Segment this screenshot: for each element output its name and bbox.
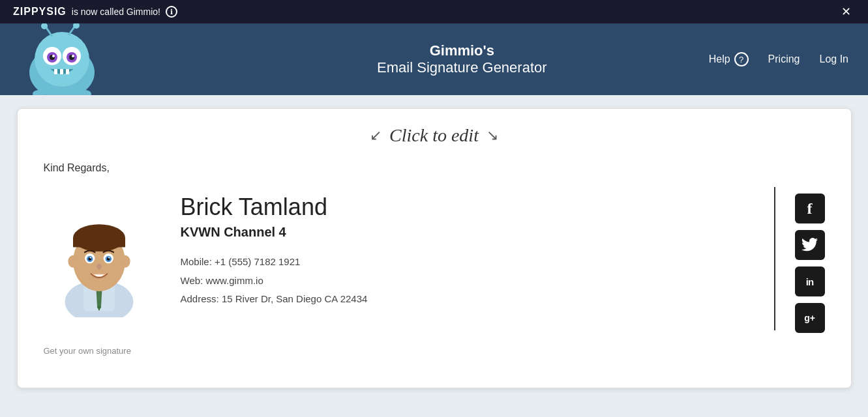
- footer-text: Get your own signature: [44, 346, 131, 356]
- pricing-nav-item[interactable]: Pricing: [768, 53, 800, 65]
- login-nav-item[interactable]: Log In: [820, 53, 848, 65]
- svg-point-30: [120, 255, 130, 268]
- card-footer: Get your own signature: [44, 346, 825, 356]
- help-icon: ?: [734, 52, 749, 66]
- svg-rect-28: [73, 238, 125, 247]
- svg-rect-14: [54, 69, 57, 74]
- svg-point-27: [73, 224, 125, 252]
- help-label: Help: [709, 53, 730, 65]
- top-bar: ZIPPYSIG is now called Gimmio! ℹ ✕: [0, 0, 868, 23]
- web-label: Web:: [181, 275, 203, 286]
- header-title-main: Gimmio's: [215, 42, 709, 59]
- arrow-right-icon: ↘: [486, 127, 498, 144]
- click-to-edit-text: Click to edit: [389, 125, 479, 146]
- googleplus-icon[interactable]: g+: [795, 303, 825, 333]
- info-icon[interactable]: ℹ: [166, 6, 177, 18]
- twitter-icon[interactable]: [795, 230, 825, 260]
- brand-name: ZIPPYSIG: [13, 6, 67, 18]
- facebook-icon[interactable]: f: [795, 194, 825, 223]
- svg-point-37: [89, 257, 91, 258]
- address-label: Address:: [181, 293, 219, 304]
- arrow-left-icon: ↙: [370, 127, 382, 144]
- person-name: Brick Tamland: [181, 194, 755, 221]
- header-nav: Help ? Pricing Log In: [709, 52, 848, 66]
- arrows-container: ↙ Click to edit ↘: [44, 125, 825, 146]
- svg-point-38: [108, 257, 110, 258]
- address-value: 15 River Dr, San Diego CA 22434: [222, 293, 367, 304]
- person-details: Mobile: +1 (555) 7182 1921 Web: www.gimm…: [181, 253, 755, 309]
- svg-point-13: [72, 55, 74, 57]
- login-label: Log In: [820, 53, 848, 65]
- svg-point-39: [97, 263, 102, 270]
- pricing-label: Pricing: [768, 53, 800, 65]
- address-line: Address: 15 River Dr, San Diego CA 22434: [181, 290, 755, 309]
- header-center: Gimmio's Email Signature Generator: [215, 42, 709, 76]
- svg-rect-16: [66, 69, 69, 74]
- help-nav-item[interactable]: Help ?: [709, 52, 749, 66]
- avatar-container: [44, 187, 161, 317]
- header-title-sub: Email Signature Generator: [215, 59, 709, 76]
- signature-card[interactable]: ↙ Click to edit ↘ Kind Regards,: [17, 108, 852, 388]
- svg-rect-15: [60, 69, 63, 74]
- mobile-label: Mobile:: [181, 256, 212, 267]
- click-to-edit-banner[interactable]: ↙ Click to edit ↘: [44, 122, 825, 149]
- svg-point-1: [35, 32, 89, 87]
- mobile-line: Mobile: +1 (555) 7182 1921: [181, 253, 755, 272]
- rebrand-text: is now called Gimmio!: [72, 7, 160, 17]
- main-content: ↙ Click to edit ↘ Kind Regards,: [0, 95, 868, 417]
- header: Gimmio's Email Signature Generator Help …: [0, 23, 868, 95]
- logo-area: [20, 23, 215, 95]
- salutation: Kind Regards,: [44, 162, 825, 174]
- top-bar-left: ZIPPYSIG is now called Gimmio! ℹ: [13, 6, 177, 18]
- monster-logo: [20, 23, 104, 95]
- mobile-value: +1 (555) 7182 1921: [215, 256, 300, 267]
- signature-body: Brick Tamland KVWN Channel 4 Mobile: +1 …: [44, 187, 825, 333]
- close-button[interactable]: ✕: [837, 3, 855, 20]
- vertical-divider: [774, 187, 775, 330]
- svg-point-29: [68, 255, 78, 268]
- web-value: www.gimm.io: [205, 275, 263, 286]
- person-avatar: [44, 187, 155, 317]
- social-icons: f in g+: [795, 187, 825, 333]
- person-company: KVWN Channel 4: [181, 225, 755, 240]
- svg-point-12: [52, 55, 55, 57]
- web-line: Web: www.gimm.io: [181, 272, 755, 291]
- linkedin-icon[interactable]: in: [795, 266, 825, 296]
- person-info: Brick Tamland KVWN Channel 4 Mobile: +1 …: [181, 187, 755, 309]
